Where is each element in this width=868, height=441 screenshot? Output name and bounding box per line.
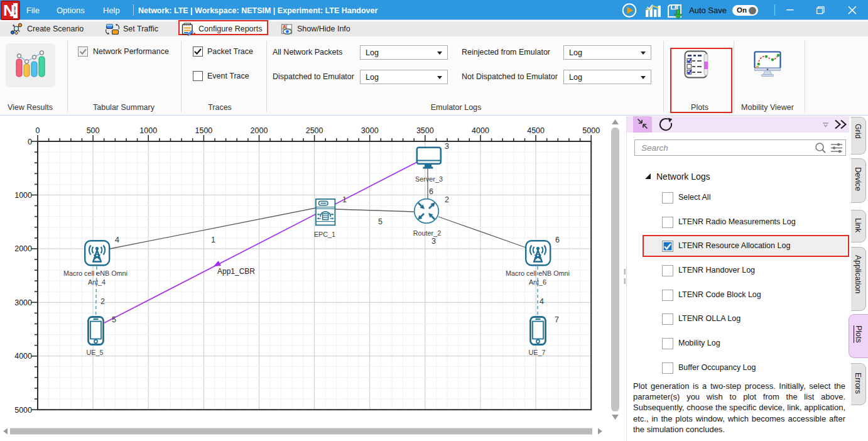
svg-text:2: 2: [445, 195, 449, 204]
svg-text:4500: 4500: [527, 126, 545, 135]
svg-text:4: 4: [115, 236, 119, 244]
svg-text:5000: 5000: [582, 126, 600, 135]
svg-text:1: 1: [342, 195, 347, 204]
svg-text:1000: 1000: [14, 191, 32, 200]
svg-text:2000: 2000: [251, 126, 268, 135]
svg-text:4: 4: [540, 297, 544, 306]
svg-text:5000: 5000: [14, 406, 32, 415]
svg-text:6: 6: [555, 236, 560, 244]
svg-text:Macro cell eNB Omni: Macro cell eNB Omni: [63, 270, 127, 277]
svg-text:UE_7: UE_7: [528, 349, 545, 356]
svg-text:6: 6: [429, 187, 433, 196]
svg-text:Server_3: Server_3: [415, 175, 443, 183]
svg-text:2500: 2500: [306, 126, 323, 135]
svg-text:App1_CBR: App1_CBR: [217, 267, 255, 276]
svg-text:7: 7: [555, 315, 559, 324]
svg-text:4000: 4000: [472, 126, 489, 135]
svg-text:1: 1: [211, 236, 215, 244]
svg-text:5: 5: [112, 315, 116, 324]
svg-text:EPC_1: EPC_1: [314, 231, 335, 238]
svg-text:500: 500: [87, 126, 100, 135]
svg-text:Ant_4: Ant_4: [88, 278, 106, 286]
svg-text:2000: 2000: [14, 244, 32, 253]
svg-text:3000: 3000: [14, 298, 32, 307]
svg-text:UE_5: UE_5: [86, 349, 103, 356]
svg-text:0: 0: [28, 138, 32, 146]
svg-text:Macro cell eNB Omni: Macro cell eNB Omni: [506, 270, 570, 277]
svg-text:4000: 4000: [14, 352, 32, 361]
svg-text:3500: 3500: [416, 126, 434, 135]
svg-text:Router_2: Router_2: [413, 229, 441, 237]
svg-text:Ant_6: Ant_6: [529, 278, 546, 286]
svg-text:1000: 1000: [139, 126, 157, 135]
svg-text:3: 3: [445, 142, 449, 151]
svg-text:3000: 3000: [361, 126, 379, 135]
svg-text:1500: 1500: [195, 126, 212, 135]
svg-text:0: 0: [36, 126, 40, 135]
svg-text:5: 5: [378, 217, 382, 226]
svg-text:2: 2: [100, 297, 105, 306]
svg-text:3: 3: [431, 237, 436, 246]
